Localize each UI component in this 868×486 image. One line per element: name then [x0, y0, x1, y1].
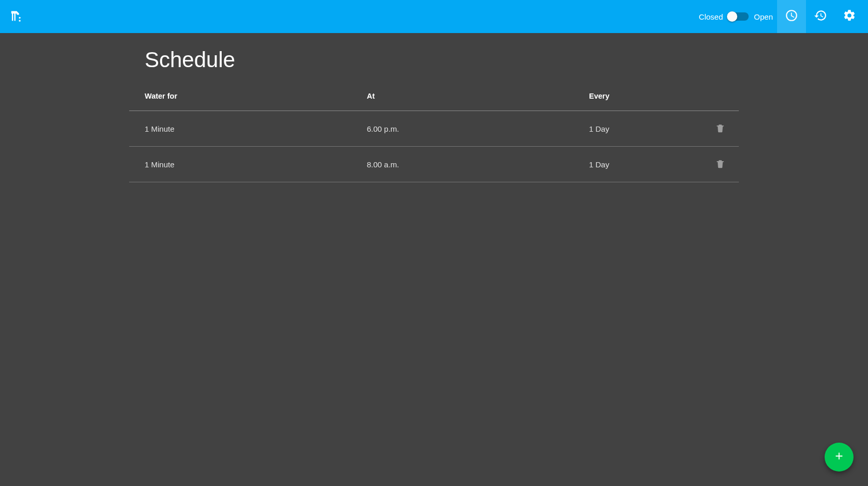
- gear-icon: [843, 9, 856, 24]
- col-header-duration: Water for: [129, 82, 351, 111]
- cell-at: 8.00 a.m.: [351, 147, 574, 182]
- svg-point-1: [19, 17, 21, 19]
- table-row[interactable]: 1 Minute 8.00 a.m. 1 Day: [129, 147, 739, 182]
- page-title: Schedule: [145, 48, 739, 72]
- nav-schedule-button[interactable]: [777, 0, 806, 33]
- nav-settings-button[interactable]: [835, 0, 864, 33]
- nav-history-button[interactable]: [806, 0, 835, 33]
- delete-row-button[interactable]: [713, 121, 727, 136]
- col-header-action: [698, 82, 739, 111]
- cell-duration: 1 Minute: [129, 111, 351, 147]
- switch-thumb: [727, 11, 737, 22]
- col-header-every: Every: [574, 82, 698, 111]
- cell-duration: 1 Minute: [129, 147, 351, 182]
- trash-icon: [715, 159, 725, 170]
- add-schedule-fab[interactable]: [825, 443, 854, 472]
- cell-every: 1 Day: [574, 111, 698, 147]
- toggle-closed-label: Closed: [699, 12, 723, 21]
- app-logo-icon: [8, 9, 23, 24]
- table-header-row: Water for At Every: [129, 82, 739, 111]
- plus-icon: [833, 449, 845, 465]
- history-icon: [814, 9, 827, 24]
- content-area: Schedule Water for At Every 1 Minute: [0, 33, 868, 182]
- clock-icon: [785, 9, 798, 24]
- trash-icon: [715, 123, 725, 135]
- valve-state-toggle: Closed Open: [699, 12, 773, 21]
- toggle-open-label: Open: [754, 12, 773, 21]
- valve-switch[interactable]: [728, 12, 749, 21]
- appbar: Closed Open: [0, 0, 868, 33]
- delete-row-button[interactable]: [713, 157, 727, 171]
- cell-every: 1 Day: [574, 147, 698, 182]
- svg-point-0: [19, 20, 21, 22]
- col-header-at: At: [351, 82, 574, 111]
- schedule-table: Water for At Every 1 Minute 6.00 p.m. 1 …: [129, 82, 739, 182]
- cell-at: 6.00 p.m.: [351, 111, 574, 147]
- table-row[interactable]: 1 Minute 6.00 p.m. 1 Day: [129, 111, 739, 147]
